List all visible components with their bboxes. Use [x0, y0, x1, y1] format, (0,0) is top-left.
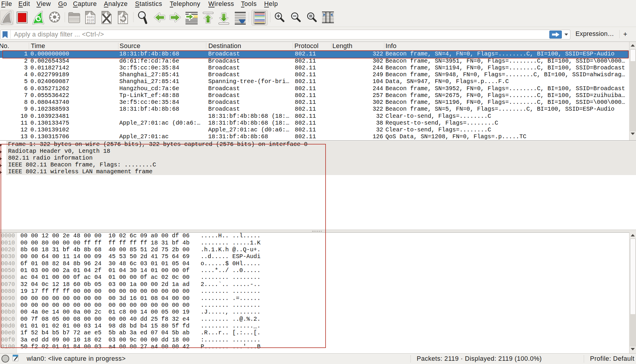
- svg-text:0111: 0111: [87, 21, 94, 25]
